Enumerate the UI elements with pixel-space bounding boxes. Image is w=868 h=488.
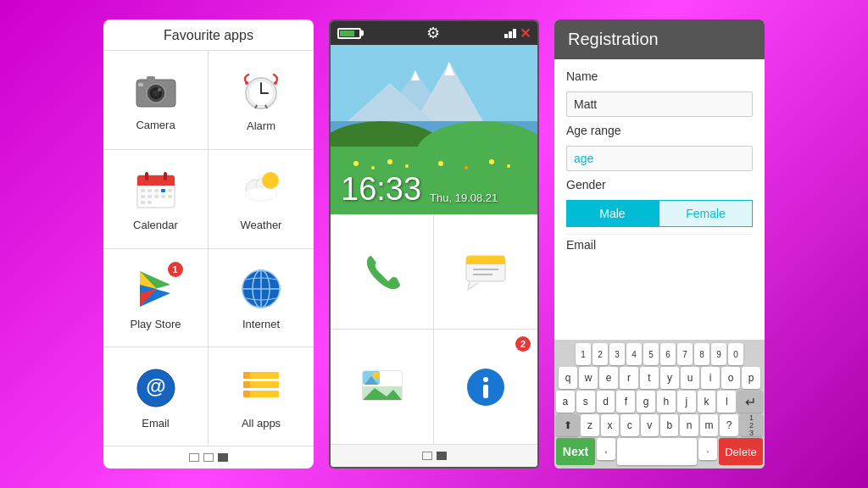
key-h[interactable]: h: [657, 391, 676, 413]
app-weather[interactable]: Weather: [209, 150, 314, 249]
app-playstore[interactable]: 1 Play Store: [103, 249, 209, 348]
key-8[interactable]: 8: [694, 343, 709, 365]
registration-panel: Registration Name Matt Age range age Gen…: [554, 19, 765, 469]
phone-apps-grid: 2: [331, 214, 537, 445]
app-camera[interactable]: Camera: [103, 51, 209, 150]
status-bar: ⚙ ✕: [331, 21, 537, 45]
svg-point-84: [483, 377, 488, 382]
key-space[interactable]: [617, 438, 697, 465]
key-d[interactable]: d: [597, 391, 615, 413]
key-e[interactable]: e: [599, 367, 618, 389]
signal-bar-2: [509, 31, 512, 38]
gender-male-button[interactable]: Male: [566, 200, 659, 227]
key-z[interactable]: z: [581, 414, 598, 436]
key-2[interactable]: 2: [593, 343, 608, 365]
settings-icon[interactable]: ⚙: [426, 24, 440, 42]
key-7[interactable]: 7: [677, 343, 693, 365]
svg-rect-31: [147, 201, 152, 204]
alarm-icon: [237, 67, 285, 114]
key-l[interactable]: l: [717, 391, 736, 413]
battery-icon: [337, 28, 361, 39]
phone-app-info[interactable]: 2: [434, 330, 537, 445]
gender-female-button[interactable]: Female: [659, 200, 753, 227]
age-label: Age range: [566, 124, 753, 137]
key-5[interactable]: 5: [643, 343, 659, 365]
phone-time: 16:33: [341, 171, 421, 208]
key-shift[interactable]: ⬆: [556, 414, 579, 436]
key-w[interactable]: w: [579, 367, 598, 389]
phone-app-gallery[interactable]: [331, 330, 434, 445]
key-o[interactable]: o: [721, 367, 740, 389]
key-r[interactable]: r: [620, 367, 638, 389]
weather-label: Weather: [241, 219, 282, 231]
key-x[interactable]: x: [601, 414, 619, 436]
key-m[interactable]: m: [700, 414, 718, 436]
email-field-label: Email: [566, 234, 753, 252]
registration-header: Registration: [554, 19, 765, 59]
key-n[interactable]: n: [680, 414, 698, 436]
svg-point-63: [371, 166, 375, 169]
svg-rect-49: [243, 372, 250, 379]
email-label: Email: [142, 417, 170, 430]
key-9[interactable]: 9: [711, 343, 726, 365]
key-b[interactable]: b: [660, 414, 678, 436]
favourite-apps-panel: Favourite apps Camera: [103, 19, 314, 469]
key-s[interactable]: s: [576, 391, 595, 413]
signal-bars: [504, 29, 516, 38]
key-q[interactable]: q: [559, 367, 577, 389]
key-4[interactable]: 4: [626, 343, 642, 365]
keyboard-row-2: a s d f g h j k l ↵: [556, 391, 763, 413]
phone-app-messages[interactable]: [434, 214, 537, 330]
svg-rect-24: [168, 189, 172, 192]
next-button[interactable]: Next: [556, 438, 595, 465]
info-badge: 2: [515, 336, 531, 352]
app-email[interactable]: @ Email: [103, 347, 209, 446]
name-input[interactable]: Matt: [566, 92, 753, 117]
key-3[interactable]: 3: [609, 343, 625, 365]
app-allapps[interactable]: All apps: [209, 347, 314, 446]
key-i[interactable]: i: [701, 367, 720, 389]
svg-rect-23: [161, 189, 165, 192]
calendar-label: Calendar: [133, 219, 178, 231]
phone-app-call[interactable]: [331, 214, 434, 330]
app-internet[interactable]: Internet: [209, 249, 314, 348]
key-p[interactable]: p: [742, 367, 760, 389]
key-k[interactable]: k: [698, 391, 716, 413]
age-placeholder: age: [574, 152, 593, 165]
allapps-icon: [237, 364, 285, 412]
playstore-label: Play Store: [131, 318, 181, 330]
key-g[interactable]: g: [637, 391, 655, 413]
svg-point-12: [274, 81, 277, 85]
key-1[interactable]: 1: [576, 343, 591, 365]
key-v[interactable]: v: [641, 414, 659, 436]
key-comma[interactable]: ,: [597, 438, 615, 460]
battery-body: [337, 28, 361, 39]
key-6[interactable]: 6: [660, 343, 676, 365]
key-enter[interactable]: ↵: [737, 391, 763, 413]
key-t[interactable]: t: [640, 367, 659, 389]
key-y[interactable]: y: [660, 367, 679, 389]
key-a[interactable]: a: [556, 391, 575, 413]
key-period[interactable]: .: [698, 438, 717, 460]
svg-point-69: [507, 164, 510, 168]
dot-1: [189, 453, 199, 462]
delete-button[interactable]: Delete: [719, 438, 763, 465]
svg-point-64: [387, 159, 392, 164]
phone-dot-2: [437, 452, 447, 460]
key-question[interactable]: ?: [720, 414, 737, 436]
svg-point-11: [245, 81, 248, 85]
app-alarm[interactable]: Alarm: [209, 51, 314, 150]
age-input[interactable]: age: [566, 146, 753, 171]
calendar-icon: [132, 166, 180, 214]
svg-rect-19: [164, 172, 167, 180]
key-num[interactable]: 123: [740, 414, 763, 436]
app-calendar[interactable]: Calendar: [103, 150, 209, 249]
key-0[interactable]: 0: [728, 343, 743, 365]
gender-selector: Male Female: [566, 200, 753, 227]
key-c[interactable]: c: [620, 414, 638, 436]
panel1-dots: [103, 446, 314, 469]
key-f[interactable]: f: [616, 391, 635, 413]
key-u[interactable]: u: [681, 367, 699, 389]
key-j[interactable]: j: [677, 391, 696, 413]
phone-wallpaper: 16:33 Thu, 19.08.21: [331, 45, 537, 214]
